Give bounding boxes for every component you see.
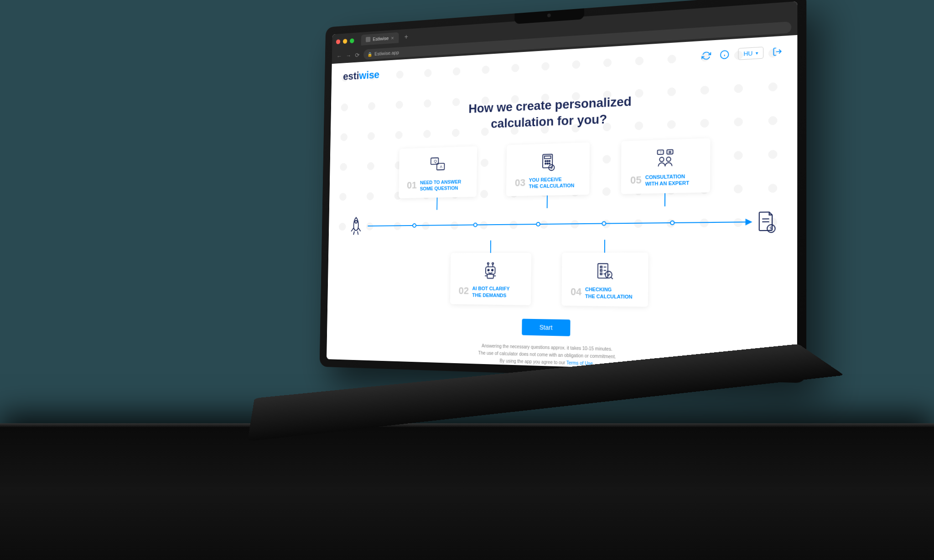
screen: Estiwise × + ← → ⟳ 🔒 Estiwise.app	[327, 1, 797, 374]
minimize-window-icon[interactable]	[343, 39, 347, 44]
svg-point-13	[547, 163, 548, 164]
start-button[interactable]: Start	[522, 319, 570, 336]
step-label: CHECKINGTHE CALCULATION	[585, 286, 633, 300]
svg-text:$: $	[770, 226, 773, 231]
robot-icon	[481, 261, 500, 281]
svg-rect-36	[487, 274, 493, 278]
svg-point-0	[721, 51, 729, 59]
maximize-window-icon[interactable]	[350, 38, 354, 43]
logout-icon[interactable]	[773, 46, 783, 57]
step-card-2: 02 AI BOT CLARIFYTHE DEMANDS	[450, 253, 531, 305]
svg-point-29	[488, 263, 489, 265]
reload-icon[interactable]: ⟳	[355, 51, 359, 59]
svg-rect-42	[600, 270, 602, 272]
checklist-icon	[594, 261, 614, 282]
chevron-down-icon: ▾	[756, 50, 758, 56]
logo[interactable]: estiwise	[343, 68, 379, 82]
info-icon[interactable]	[720, 50, 729, 60]
page-title: How we create personalized calculation f…	[338, 86, 788, 138]
step-number: 02	[458, 285, 469, 297]
step-card-3: $ 03 YOU RECEIVETHE CALCULATION	[506, 142, 590, 196]
svg-point-14	[549, 163, 550, 164]
svg-point-30	[492, 263, 493, 265]
lock-icon: 🔒	[368, 52, 372, 57]
tab-title: Estiwise	[373, 36, 389, 42]
step-card-4: 04 CHECKINGTHE CALCULATION	[561, 253, 648, 307]
svg-point-11	[549, 160, 550, 162]
calculator-icon: $	[538, 152, 557, 172]
svg-point-10	[547, 160, 548, 162]
step-label: YOU RECEIVETHE CALCULATION	[529, 175, 574, 190]
svg-text:?: ?	[659, 150, 661, 154]
new-tab-button[interactable]: +	[402, 33, 410, 41]
svg-point-22	[659, 157, 664, 162]
step-card-1: Q A 01 NEED TO ANSWERSOME QUESTION	[399, 146, 477, 199]
qa-icon: Q A	[429, 155, 447, 175]
svg-line-47	[611, 277, 613, 279]
step-number: 05	[630, 174, 642, 186]
svg-text:$: $	[550, 166, 553, 170]
forward-icon[interactable]: →	[346, 52, 351, 59]
close-tab-icon[interactable]: ×	[391, 35, 394, 41]
svg-point-24	[355, 221, 357, 223]
window-controls[interactable]	[336, 38, 358, 44]
laptop-frame: Estiwise × + ← → ⟳ 🔒 Estiwise.app	[296, 9, 844, 510]
step-number: 04	[571, 286, 581, 298]
app-viewport: estiwise HU ▾	[327, 35, 797, 374]
document-money-icon: $	[755, 210, 777, 234]
url-text: Estiwise.app	[374, 50, 399, 57]
timeline: Q A 01 NEED TO ANSWERSOME QUESTION	[327, 135, 797, 374]
back-icon[interactable]: ←	[337, 53, 342, 60]
step-number: 01	[407, 180, 417, 191]
svg-text:A: A	[440, 164, 442, 169]
svg-point-34	[488, 269, 489, 271]
step-label: AI BOT CLARIFYTHE DEMANDS	[472, 285, 509, 298]
rocket-icon	[348, 216, 364, 237]
language-label: HU	[743, 50, 752, 57]
logo-text-a: esti	[343, 70, 359, 82]
svg-rect-44	[600, 273, 602, 275]
step-label: NEED TO ANSWERSOME QUESTION	[420, 179, 462, 192]
consultation-icon: ?	[655, 148, 675, 169]
svg-point-35	[492, 269, 493, 271]
logo-text-b: wise	[359, 68, 379, 81]
language-select[interactable]: HU ▾	[738, 46, 764, 60]
close-window-icon[interactable]	[336, 39, 340, 44]
svg-rect-40	[600, 267, 602, 268]
svg-text:Q: Q	[434, 159, 437, 164]
svg-point-12	[545, 163, 546, 164]
svg-point-23	[666, 157, 670, 161]
refresh-icon[interactable]	[701, 51, 711, 61]
step-label: CONSULTATIONWITH AN EXPERT	[645, 173, 690, 187]
step-card-5: ? 05 CONSULTATIONWITH AN EXPERT	[621, 138, 711, 194]
svg-rect-39	[598, 264, 608, 278]
step-number: 03	[515, 177, 525, 189]
svg-rect-8	[545, 156, 551, 159]
svg-point-9	[545, 160, 546, 162]
favicon-icon	[366, 37, 370, 42]
timeline-axis	[368, 222, 747, 227]
browser-tab[interactable]: Estiwise ×	[361, 32, 399, 45]
